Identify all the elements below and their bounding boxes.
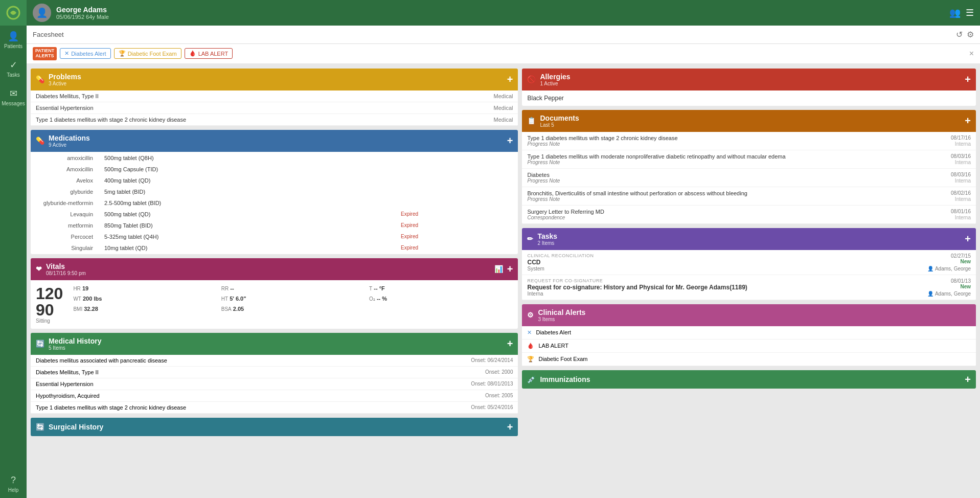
sidebar-item-help[interactable]: ? Help bbox=[0, 470, 27, 498]
menu-icon[interactable]: ☰ bbox=[966, 7, 974, 18]
sidebar-item-tasks[interactable]: ✓ Tasks bbox=[0, 54, 27, 83]
list-item[interactable]: Type 1 diabetes mellitus with stage 2 ch… bbox=[522, 132, 976, 150]
add-problem-button[interactable]: + bbox=[507, 74, 513, 84]
clinical-alerts-card: ⚙ Clinical Alerts 3 Items ✕ Diabetes Ale… bbox=[522, 304, 976, 366]
vitals-chart-icon[interactable]: 📊 bbox=[494, 265, 503, 273]
medical-history-list: Diabetes mellitus associated with pancre… bbox=[31, 355, 518, 414]
main-content: 👤 George Adams 05/06/1952 64y Male 👥 ☰ F… bbox=[27, 0, 980, 498]
medications-header: 💊 Medications 9 Active + bbox=[31, 130, 518, 152]
clinical-alerts-icon: ⚙ bbox=[527, 311, 534, 319]
add-vitals-button[interactable]: + bbox=[507, 264, 513, 274]
list-item[interactable]: 🩸 LAB ALERT bbox=[522, 339, 976, 353]
vitals-card: ❤ Vitals 08/17/16 9:50 pm 📊 + bbox=[31, 258, 518, 329]
table-row[interactable]: Singulair 10mg tablet (QD) Expired bbox=[32, 243, 517, 253]
bsa-vital: BSA 2.05 bbox=[221, 306, 365, 312]
documents-icon: 📋 bbox=[527, 117, 536, 125]
tasks-header: ✏ Tasks 2 Items + bbox=[522, 228, 976, 250]
add-immunization-button[interactable]: + bbox=[965, 374, 971, 384]
immunizations-icon: 💉 bbox=[527, 375, 536, 383]
table-row[interactable]: metformin 850mg Tablet (BID) Expired bbox=[32, 220, 517, 231]
table-row[interactable]: Diabetes mellitus associated with pancre… bbox=[31, 355, 518, 367]
avatar: 👤 bbox=[33, 4, 51, 22]
refresh-icon[interactable]: ↺ bbox=[956, 30, 963, 39]
clinical-alerts-list: ✕ Diabetes Alert 🩸 LAB ALERT 🏆 Diabetic … bbox=[522, 326, 976, 366]
list-item[interactable]: ✕ Diabetes Alert bbox=[522, 326, 976, 339]
help-icon: ? bbox=[11, 475, 16, 486]
list-item[interactable]: Surgery Letter to Referring MD 08/01/16 … bbox=[522, 206, 976, 224]
table-row[interactable]: glyburide-metformin 2.5-500mg tablet (BI… bbox=[32, 198, 517, 208]
sidebar-bottom: ? Help bbox=[0, 470, 27, 498]
medications-card: 💊 Medications 9 Active + amoxicillin 500… bbox=[31, 130, 518, 254]
settings-icon[interactable]: ⚙ bbox=[967, 30, 974, 39]
patients-icon: 👤 bbox=[8, 31, 19, 42]
allergy-item[interactable]: Black Pepper bbox=[522, 90, 976, 106]
list-item[interactable]: Diabetes 08/03/16 Progress Note Interna bbox=[522, 169, 976, 187]
foot-alert-icon: 🏆 bbox=[527, 356, 534, 363]
two-column-layout: 💊 Problems 3 Active + Diabetes Mellitus,… bbox=[27, 64, 980, 486]
alert-tag-lab[interactable]: 🩸 LAB ALERT bbox=[185, 48, 233, 59]
add-allergy-button[interactable]: + bbox=[965, 74, 971, 84]
clinical-alerts-header: ⚙ Clinical Alerts 3 Items bbox=[522, 304, 976, 326]
table-row[interactable]: Amoxicillin 500mg Capsule (TID) bbox=[32, 164, 517, 174]
lab-alert-icon: 🩸 bbox=[189, 50, 196, 57]
tasks-card-icon: ✏ bbox=[527, 235, 533, 243]
vitals-grid: HR 19 RR -- T bbox=[73, 285, 513, 312]
add-surgical-button[interactable]: + bbox=[507, 422, 513, 432]
table-row[interactable]: Diabetes Mellitus, Type II Onset: 2000 bbox=[31, 367, 518, 378]
table-row[interactable]: Type 1 diabetes mellitus with stage 2 ch… bbox=[31, 402, 518, 414]
immunizations-card: 💉 Immunizations + bbox=[522, 370, 976, 389]
ht-vital: HT 5' 6.0" bbox=[221, 296, 365, 302]
alert-close-button[interactable]: × bbox=[969, 49, 974, 58]
tasks-card: ✏ Tasks 2 Items + CLINICAL RECONCILIATIO… bbox=[522, 228, 976, 300]
table-row[interactable]: Essential Hypertension Onset: 08/01/2013 bbox=[31, 378, 518, 390]
lab-alert-icon: 🩸 bbox=[527, 343, 534, 349]
sidebar-item-patients[interactable]: 👤 Patients bbox=[0, 26, 27, 54]
medications-table: amoxicillin 500mg tablet (Q8H) Amoxicill… bbox=[31, 152, 518, 254]
problems-card: 💊 Problems 3 Active + Diabetes Mellitus,… bbox=[31, 69, 518, 126]
add-history-button[interactable]: + bbox=[507, 338, 513, 349]
table-row[interactable]: Levaquin 500mg tablet (QD) Expired bbox=[32, 209, 517, 219]
alert-tag-diabetes[interactable]: ✕ Diabetes Alert bbox=[60, 48, 110, 59]
table-row[interactable]: glyburide 5mg tablet (BID) bbox=[32, 187, 517, 197]
vitals-icon: ❤ bbox=[36, 265, 42, 273]
alert-tag-foot[interactable]: 🏆 Diabetic Foot Exam bbox=[114, 48, 181, 59]
list-item[interactable]: 🏆 Diabetic Foot Exam bbox=[522, 353, 976, 366]
table-row[interactable]: Avelox 400mg tablet (QD) bbox=[32, 175, 517, 186]
patient-alerts-badge: PATIENT ALERTS bbox=[33, 47, 57, 60]
right-column: 🚫 Allergies 1 Active + Black Pepper bbox=[522, 69, 976, 482]
allergies-header: 🚫 Allergies 1 Active + bbox=[522, 69, 976, 90]
add-medication-button[interactable]: + bbox=[507, 135, 513, 146]
medical-history-header: 🔄 Medical History 5 Items + bbox=[31, 333, 518, 355]
sidebar-item-messages[interactable]: ✉ Messages bbox=[0, 83, 27, 111]
list-item[interactable]: REQUEST FOR CO-SIGNATURE 08/01/13 Reques… bbox=[522, 275, 976, 300]
allergies-card: 🚫 Allergies 1 Active + Black Pepper bbox=[522, 69, 976, 106]
tasks-list: CLINICAL RECONCILIATION 02/27/15 CCD New… bbox=[522, 250, 976, 300]
table-row[interactable]: amoxicillin 500mg tablet (Q8H) bbox=[32, 153, 517, 163]
list-item[interactable]: CLINICAL RECONCILIATION 02/27/15 CCD New… bbox=[522, 250, 976, 275]
t-vital: T -- °F bbox=[369, 285, 513, 291]
tasks-icon: ✓ bbox=[10, 59, 17, 71]
facesheet-actions: ↺ ⚙ bbox=[956, 30, 974, 39]
table-row[interactable]: Hypothyroidism, Acquired Onset: 2005 bbox=[31, 390, 518, 402]
hr-vital: HR 19 bbox=[73, 285, 217, 291]
diabetes-alert-icon: ✕ bbox=[527, 329, 532, 336]
table-row[interactable]: Essential Hypertension Medical bbox=[31, 102, 518, 114]
top-bar: 👤 George Adams 05/06/1952 64y Male 👥 ☰ bbox=[27, 0, 980, 26]
add-document-button[interactable]: + bbox=[965, 116, 971, 126]
allergies-icon: 🚫 bbox=[527, 75, 536, 83]
table-row[interactable]: Type 1 diabetes mellitus with stage 2 ch… bbox=[31, 114, 518, 126]
add-task-button[interactable]: + bbox=[965, 234, 971, 244]
left-column: 💊 Problems 3 Active + Diabetes Mellitus,… bbox=[31, 69, 518, 482]
add-user-icon[interactable]: 👥 bbox=[949, 7, 961, 18]
wt-vital: WT 200 lbs bbox=[73, 296, 217, 302]
documents-header: 📋 Documents Last 5 + bbox=[522, 110, 976, 132]
list-item[interactable]: Type 1 diabetes mellitus with moderate n… bbox=[522, 150, 976, 169]
immunizations-header: 💉 Immunizations + bbox=[522, 370, 976, 389]
table-row[interactable]: Percocet 5-325mg tablet (Q4H) Expired bbox=[32, 232, 517, 242]
table-row[interactable]: Diabetes Mellitus, Type II Medical bbox=[31, 90, 518, 102]
sidebar-logo bbox=[0, 0, 27, 26]
vitals-body: 120 90 Sitting HR 19 bbox=[31, 280, 518, 329]
list-item[interactable]: Bronchitis, Diverticulitis of small inte… bbox=[522, 187, 976, 206]
patient-dob: 05/06/1952 64y Male bbox=[56, 14, 949, 20]
patient-info: George Adams 05/06/1952 64y Male bbox=[56, 6, 949, 20]
